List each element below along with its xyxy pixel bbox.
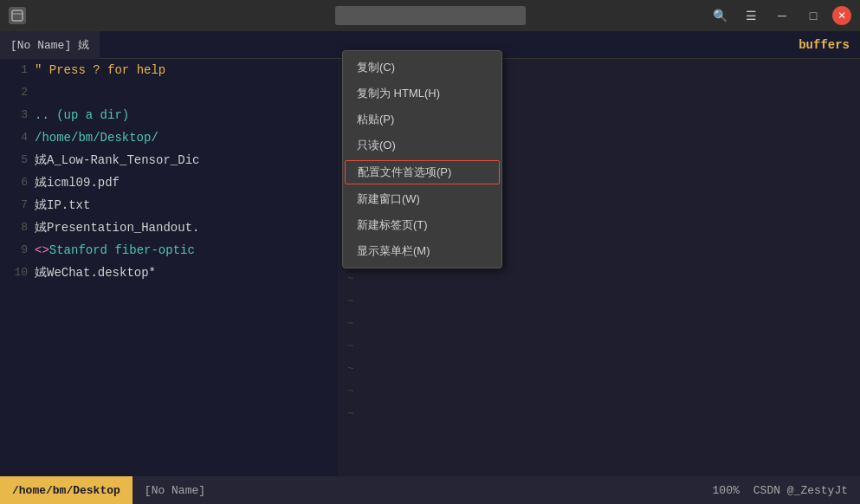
menu-item[interactable]: 复制(C) <box>343 55 501 81</box>
line-number: 2 <box>7 81 28 104</box>
line-number: 6 <box>7 171 28 194</box>
search-button[interactable]: 🔍 <box>708 6 732 25</box>
menu-item[interactable]: 配置文件首选项(P) <box>345 160 500 184</box>
menu-item[interactable]: 粘贴(P) <box>343 107 501 132</box>
menu-button[interactable]: ☰ <box>739 6 763 25</box>
status-path: /home/bm/Desktop <box>0 476 133 504</box>
line-number: 1 <box>7 59 28 81</box>
tilde-line: ~ <box>338 289 364 312</box>
line-number: 3 <box>7 104 28 126</box>
line-content: 娀IP.txt <box>35 194 331 216</box>
tilde-line: ~ <box>338 379 364 402</box>
editor-line: 7 娀IP.txt <box>0 194 338 216</box>
context-menu: 复制(C)复制为 HTML(H)粘贴(P)只读(O)配置文件首选项(P)新建窗口… <box>342 50 502 268</box>
editor-line: 9 <>Stanford fiber-optic <box>0 239 338 262</box>
status-percent: 100% <box>713 484 740 497</box>
menu-item[interactable]: 复制为 HTML(H) <box>343 81 501 107</box>
editor-line: 8 娀Presentation_Handout. <box>0 216 338 239</box>
editor-line: 3.. (up a dir) <box>0 104 338 126</box>
editor-lines: 1" Press ? for help23.. (up a dir)4/home… <box>0 59 338 284</box>
tilde-line: ~ <box>338 402 364 424</box>
line-number: 9 <box>7 239 28 262</box>
editor-line: 5 娀A_Low-Rank_Tensor_Dic <box>0 149 338 171</box>
buffers-label: buffers <box>788 31 860 59</box>
menu-item[interactable]: 只读(O) <box>343 132 501 158</box>
tilde-line: ~ <box>338 357 364 379</box>
line-content: " Press ? for help <box>35 59 331 81</box>
line-number: 8 <box>7 216 28 239</box>
titlebar-center-bar <box>335 6 526 25</box>
titlebar: 🔍 ☰ ─ □ ✕ <box>0 0 860 31</box>
menu-item[interactable]: 新建标签页(T) <box>343 212 501 238</box>
editor-pane: 1" Press ? for help23.. (up a dir)4/home… <box>0 59 338 504</box>
tilde-line: ~ <box>338 312 364 334</box>
line-content: <>Stanford fiber-optic <box>35 239 331 262</box>
titlebar-left <box>9 7 26 24</box>
svg-rect-0 <box>12 10 23 21</box>
tab-label: [No Name] 娀 <box>10 37 89 53</box>
menu-item[interactable]: 新建窗口(W) <box>343 186 501 212</box>
status-bar: /home/bm/Desktop [No Name] 100% CSDN @_Z… <box>0 476 860 504</box>
titlebar-controls: 🔍 ☰ ─ □ ✕ <box>708 6 851 25</box>
tilde-line: ~ <box>338 267 364 289</box>
editor-line: 10 娀WeChat.desktop* <box>0 262 338 284</box>
app-icon <box>9 7 26 24</box>
status-right: 100% CSDN @_ZestyJt <box>701 476 860 504</box>
editor-line: 2 <box>0 81 338 104</box>
maximize-button[interactable]: □ <box>801 6 825 25</box>
status-middle: [No Name] <box>133 476 701 504</box>
close-button[interactable]: ✕ <box>832 6 851 25</box>
line-content: 娀A_Low-Rank_Tensor_Dic <box>35 149 331 171</box>
line-content: 娀Presentation_Handout. <box>35 216 331 239</box>
editor-line: 6 娀icml09.pdf <box>0 171 338 194</box>
tilde-line: ~ <box>338 334 364 357</box>
line-content: .. (up a dir) <box>35 104 331 126</box>
line-content: /home/bm/Desktop/ <box>35 126 331 149</box>
editor-line: 4/home/bm/Desktop/ <box>0 126 338 149</box>
editor-line: 1" Press ? for help <box>0 59 338 81</box>
line-content: 娀icml09.pdf <box>35 171 331 194</box>
status-info: CSDN @_ZestyJt <box>753 484 848 497</box>
editor-tab[interactable]: [No Name] 娀 <box>0 31 100 59</box>
line-number: 10 <box>7 262 28 284</box>
line-number: 7 <box>7 194 28 216</box>
line-content: 娀WeChat.desktop* <box>35 262 331 284</box>
menu-item[interactable]: 显示菜单栏(M) <box>343 238 501 264</box>
minimize-button[interactable]: ─ <box>770 6 794 25</box>
line-number: 4 <box>7 126 28 149</box>
line-number: 5 <box>7 149 28 171</box>
